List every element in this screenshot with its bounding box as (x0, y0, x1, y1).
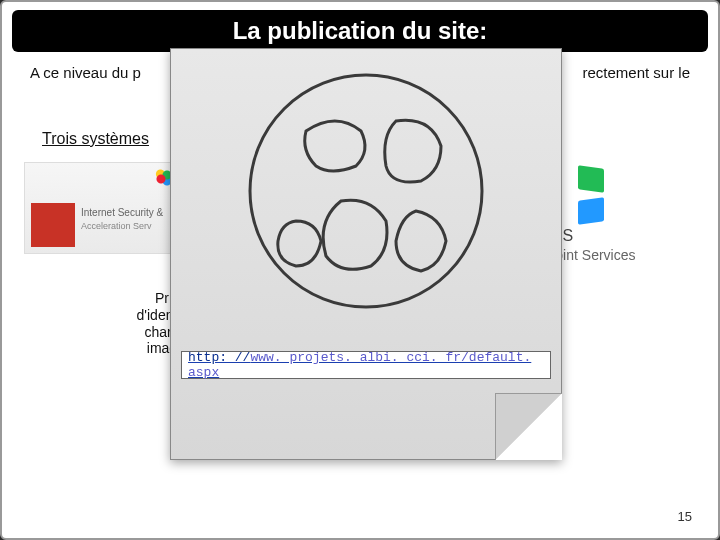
product-name-line1: Internet Security & (81, 207, 163, 218)
subheading: Trois systèmes (42, 130, 149, 148)
page-number: 15 (678, 509, 692, 524)
title-bar: La publication du site: (12, 10, 708, 52)
body-text-right: rectement sur le (582, 64, 690, 81)
slide: La publication du site: A ce niveau du p… (0, 0, 720, 540)
slide-title: La publication du site: (233, 17, 488, 45)
svg-point-0 (250, 75, 482, 307)
url-protocol: http: // (188, 350, 250, 365)
browser-popup: http: //www. projets. albi. cci. fr/defa… (170, 48, 562, 460)
product-box-isa: Internet Security & Acceleration Serv (24, 162, 186, 254)
globe-icon (246, 71, 486, 315)
product-name-line2: Acceleration Serv (81, 221, 152, 231)
body-text-left: A ce niveau du p (30, 64, 141, 81)
site-url-link[interactable]: http: //www. projets. albi. cci. fr/defa… (188, 350, 544, 380)
red-square-icon (31, 203, 75, 247)
url-bar[interactable]: http: //www. projets. albi. cci. fr/defa… (181, 351, 551, 379)
